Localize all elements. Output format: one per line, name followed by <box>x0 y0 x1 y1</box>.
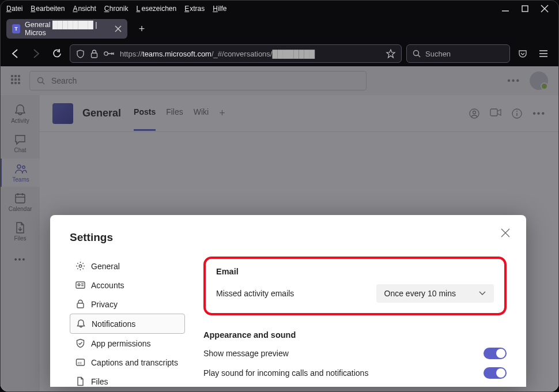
show-preview-toggle[interactable] <box>484 348 507 359</box>
missed-activity-label: Missed activity emails <box>216 289 294 298</box>
reload-button[interactable] <box>49 46 65 62</box>
menu-extras[interactable]: Extras <box>184 5 205 13</box>
settings-nav: General Accounts Privacy Notifications A… <box>70 257 185 387</box>
svg-point-11 <box>414 51 419 56</box>
menu-datei[interactable]: Datei <box>6 5 22 13</box>
play-sound-label: Play sound for incoming calls and notifi… <box>203 368 368 378</box>
lock-icon <box>90 50 98 58</box>
email-section-highlight: Email Missed activity emails Once every … <box>203 257 507 315</box>
svg-rect-33 <box>76 282 85 288</box>
appearance-section-title: Appearance and sound <box>203 330 507 340</box>
svg-point-32 <box>79 265 82 267</box>
hamburger-menu-icon[interactable] <box>535 46 552 62</box>
search-icon <box>413 50 421 58</box>
browser-menubar: Datei Bearbeiten Ansicht Chronik Lesezei… <box>1 1 558 17</box>
modal-close-icon[interactable] <box>501 229 510 238</box>
bookmark-star-icon[interactable] <box>386 49 395 58</box>
svg-line-12 <box>418 55 421 58</box>
close-window-icon[interactable] <box>541 5 548 12</box>
email-section-title: Email <box>216 267 494 276</box>
svg-text:cc: cc <box>78 361 82 365</box>
shield-icon <box>76 50 85 58</box>
tab-close-icon[interactable] <box>115 26 122 32</box>
settings-title: Settings <box>70 231 507 244</box>
menu-lesezeichen[interactable]: Lesezeichen <box>136 5 176 13</box>
menu-bearbeiten[interactable]: Bearbeiten <box>31 5 65 13</box>
menu-ansicht[interactable]: Ansicht <box>73 5 96 13</box>
show-preview-label: Show message preview <box>203 349 289 358</box>
browser-tab[interactable]: T General ████████ | Micros <box>6 19 127 39</box>
search-placeholder: Suchen <box>425 50 451 58</box>
menu-chronik[interactable]: Chronik <box>104 5 129 13</box>
menu-hilfe[interactable]: Hilfe <box>213 5 226 13</box>
browser-tabbar: T General ████████ | Micros + <box>1 17 558 41</box>
maximize-icon[interactable] <box>522 5 528 12</box>
svg-rect-37 <box>77 303 84 308</box>
browser-toolbar: https://teams.microsoft.com/_#/conversat… <box>1 41 558 66</box>
nav-app-permissions[interactable]: App permissions <box>70 334 185 353</box>
svg-rect-6 <box>92 53 97 58</box>
settings-modal: Settings General Accounts Privacy Notifi… <box>50 215 526 387</box>
url-bar[interactable]: https://teams.microsoft.com/_#/conversat… <box>70 44 402 63</box>
back-button[interactable] <box>7 46 24 62</box>
nav-accounts[interactable]: Accounts <box>70 276 185 295</box>
browser-search[interactable]: Suchen <box>406 44 510 63</box>
new-tab-button[interactable]: + <box>133 20 150 37</box>
play-sound-toggle[interactable] <box>484 367 507 379</box>
missed-activity-dropdown[interactable]: Once every 10 mins <box>376 284 494 303</box>
chevron-down-icon <box>479 291 486 296</box>
nav-general[interactable]: General <box>70 257 185 276</box>
svg-rect-1 <box>522 6 528 12</box>
svg-point-34 <box>78 284 80 286</box>
dropdown-value: Once every 10 mins <box>384 289 456 298</box>
tab-title: General ████████ | Micros <box>25 21 108 37</box>
nav-files[interactable]: Files <box>70 372 185 387</box>
pocket-icon[interactable] <box>515 46 531 62</box>
svg-point-7 <box>104 52 108 55</box>
permissions-icon <box>104 50 114 57</box>
nav-captions[interactable]: ccCaptions and transcripts <box>70 353 185 372</box>
forward-button[interactable] <box>28 46 44 62</box>
settings-content: Email Missed activity emails Once every … <box>203 257 507 387</box>
url-text: https://teams.microsoft.com/_#/conversat… <box>120 50 315 58</box>
minimize-icon[interactable] <box>502 5 509 12</box>
teams-favicon-icon: T <box>12 24 20 33</box>
nav-notifications[interactable]: Notifications <box>70 314 185 334</box>
nav-privacy[interactable]: Privacy <box>70 295 185 314</box>
